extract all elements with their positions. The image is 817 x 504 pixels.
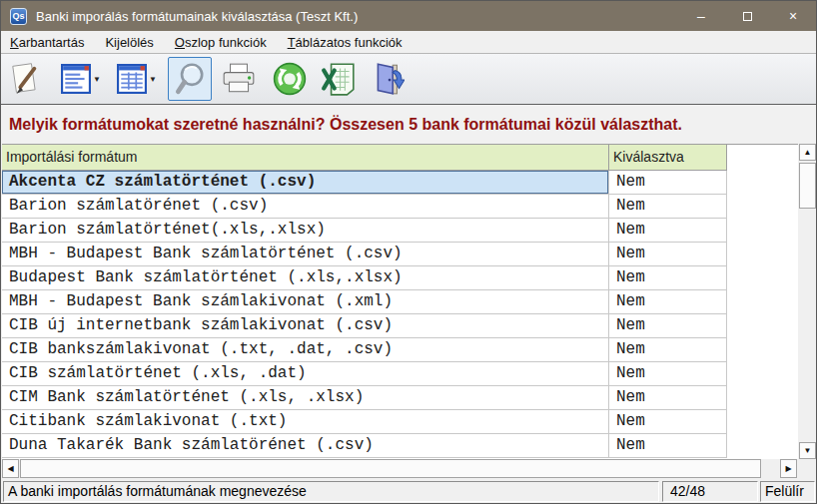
- selected-cell[interactable]: Nem: [609, 266, 727, 290]
- menu-item-oszlop-funkciok[interactable]: Oszlop funkciók: [175, 35, 267, 50]
- menu-item-kijeloles[interactable]: Kijelölés: [105, 35, 153, 50]
- app-window: Qs Banki imporálás formátumainak kiválas…: [0, 0, 817, 504]
- scroll-down-button[interactable]: ▼: [799, 442, 816, 459]
- scroll-right-button[interactable]: ▶: [780, 459, 797, 478]
- exit-button[interactable]: [370, 57, 408, 101]
- search-button[interactable]: [168, 57, 212, 101]
- format-grid: Importálási formátum Kiválasztva Akcenta…: [2, 144, 798, 459]
- edit-icon: [9, 61, 41, 97]
- scroll-right-icon: ▶: [785, 464, 791, 473]
- statusbar: A banki importálás formátumának megnevez…: [1, 479, 816, 503]
- format-cell[interactable]: MBH - Budapest Bank számlakivonat (.xml): [2, 290, 609, 314]
- window-title: Banki imporálás formátumainak kiválasztá…: [36, 9, 358, 24]
- minimize-icon: –: [697, 8, 705, 24]
- selected-cell[interactable]: Nem: [609, 290, 727, 314]
- horizontal-scrollbar[interactable]: ◀ ▶: [2, 459, 797, 478]
- search-icon: [172, 61, 208, 97]
- table-row[interactable]: CIM Bank számlatörténet (.xls, .xlsx)Nem: [2, 386, 798, 410]
- table-row[interactable]: MBH - Budapest Bank számlatörténet (.csv…: [2, 243, 798, 266]
- form-view-button[interactable]: ▼: [58, 57, 104, 101]
- table-row[interactable]: CIB bankszámlakivonat (.txt, .dat, .csv)…: [2, 338, 798, 362]
- close-button[interactable]: ×: [770, 1, 816, 31]
- titlebar[interactable]: Qs Banki imporálás formátumainak kiválas…: [1, 1, 816, 31]
- format-cell[interactable]: Citibank számlakivonat (.txt): [2, 410, 609, 434]
- format-cell[interactable]: Budapest Bank számlatörténet (.xls,.xlsx…: [2, 266, 609, 290]
- app-icon[interactable]: Qs: [10, 8, 27, 25]
- scroll-left-button[interactable]: ◀: [2, 459, 19, 478]
- refresh-icon: [273, 62, 307, 96]
- table-row[interactable]: Barion számlatörténet(.xls,.xlsx)Nem: [2, 219, 798, 243]
- table-row[interactable]: MBH - Budapest Bank számlakivonat (.xml)…: [2, 290, 798, 314]
- format-cell[interactable]: MBH - Budapest Bank számlatörténet (.csv…: [2, 243, 609, 266]
- selected-cell[interactable]: Nem: [609, 171, 727, 195]
- selected-cell[interactable]: Nem: [609, 410, 727, 434]
- edit-button[interactable]: [6, 57, 44, 101]
- printer-icon: [221, 62, 257, 96]
- selected-cell[interactable]: Nem: [609, 243, 727, 266]
- excel-export-button[interactable]: [318, 57, 360, 101]
- format-table-rows: Akcenta CZ számlatörténet (.csv)NemBario…: [2, 171, 798, 458]
- column-header-format[interactable]: Importálási formátum: [2, 145, 609, 171]
- format-cell[interactable]: Akcenta CZ számlatörténet (.csv): [2, 171, 609, 195]
- selected-cell[interactable]: Nem: [609, 219, 727, 243]
- vertical-scroll-thumb[interactable]: [799, 163, 816, 209]
- table-row[interactable]: Duna Takarék Bank számlatörénet (.csv)Ne…: [2, 434, 798, 458]
- grid-header-row: Importálási formátum Kiválasztva: [2, 145, 798, 171]
- close-icon: ×: [789, 8, 797, 24]
- table-view-dropdown-icon[interactable]: ▼: [149, 75, 157, 84]
- table-view-button[interactable]: ▼: [114, 57, 160, 101]
- menu-item-karbantartas[interactable]: Karbantartás: [10, 35, 84, 50]
- refresh-button[interactable]: [270, 57, 310, 101]
- selected-cell[interactable]: Nem: [609, 338, 727, 362]
- format-cell[interactable]: CIM Bank számlatörténet (.xls, .xlsx): [2, 386, 609, 410]
- status-edit-mode: Felülír: [760, 481, 815, 502]
- selected-cell[interactable]: Nem: [609, 195, 727, 219]
- table-row[interactable]: CIB új internetbank számlakivonat (.csv)…: [2, 314, 798, 338]
- menubar: Karbantartás Kijelölés Oszlop funkciók T…: [1, 31, 816, 54]
- format-cell[interactable]: Duna Takarék Bank számlatörénet (.csv): [2, 434, 609, 458]
- excel-icon: [321, 62, 357, 96]
- maximize-icon: [743, 12, 752, 21]
- status-record-position: 42/48: [662, 481, 758, 502]
- scrollbar-corner: [797, 459, 817, 479]
- scroll-down-icon: ▼: [804, 446, 812, 455]
- table-row[interactable]: Budapest Bank számlatörténet (.xls,.xlsx…: [2, 266, 798, 290]
- app-icon-label: Qs: [12, 11, 24, 21]
- table-row[interactable]: CIB számlatörténet (.xls, .dat)Nem: [2, 362, 798, 386]
- selected-cell[interactable]: Nem: [609, 434, 727, 458]
- format-cell[interactable]: CIB számlatörténet (.xls, .dat): [2, 362, 609, 386]
- vertical-scrollbar[interactable]: ▲ ▼: [799, 144, 816, 459]
- status-field-description: A banki importálás formátumának megnevez…: [3, 481, 659, 502]
- toolbar: ▼ ▼: [1, 54, 816, 105]
- selected-cell[interactable]: Nem: [609, 362, 727, 386]
- form-view-dropdown-icon[interactable]: ▼: [93, 75, 101, 84]
- minimize-button[interactable]: –: [678, 1, 724, 31]
- exit-door-icon: [373, 61, 405, 97]
- menu-item-tablazatos-funkciok[interactable]: Táblázatos funkciók: [288, 35, 403, 50]
- table-view-icon: [117, 64, 147, 94]
- message-bar: Melyik formátumokat szeretné használni? …: [1, 105, 816, 144]
- horizontal-scroll-thumb[interactable]: [20, 459, 761, 478]
- table-row[interactable]: Barion számlatörénet (.csv)Nem: [2, 195, 798, 219]
- scroll-left-icon: ◀: [7, 464, 13, 473]
- format-cell[interactable]: Barion számlatörténet(.xls,.xlsx): [2, 219, 609, 243]
- print-button[interactable]: [218, 57, 260, 101]
- selected-cell[interactable]: Nem: [609, 386, 727, 410]
- format-cell[interactable]: Barion számlatörénet (.csv): [2, 195, 609, 219]
- column-header-selected[interactable]: Kiválasztva: [609, 145, 727, 171]
- format-cell[interactable]: CIB bankszámlakivonat (.txt, .dat, .csv): [2, 338, 609, 362]
- selected-cell[interactable]: Nem: [609, 314, 727, 338]
- form-view-icon: [61, 64, 91, 94]
- maximize-button[interactable]: [724, 1, 770, 31]
- window-controls: – ×: [678, 1, 816, 31]
- scroll-up-button[interactable]: ▲: [799, 144, 816, 161]
- format-cell[interactable]: CIB új internetbank számlakivonat (.csv): [2, 314, 609, 338]
- scroll-up-icon: ▲: [804, 148, 812, 157]
- table-row[interactable]: Citibank számlakivonat (.txt)Nem: [2, 410, 798, 434]
- message-text: Melyik formátumokat szeretné használni? …: [9, 116, 682, 134]
- table-row[interactable]: Akcenta CZ számlatörténet (.csv)Nem: [2, 171, 798, 195]
